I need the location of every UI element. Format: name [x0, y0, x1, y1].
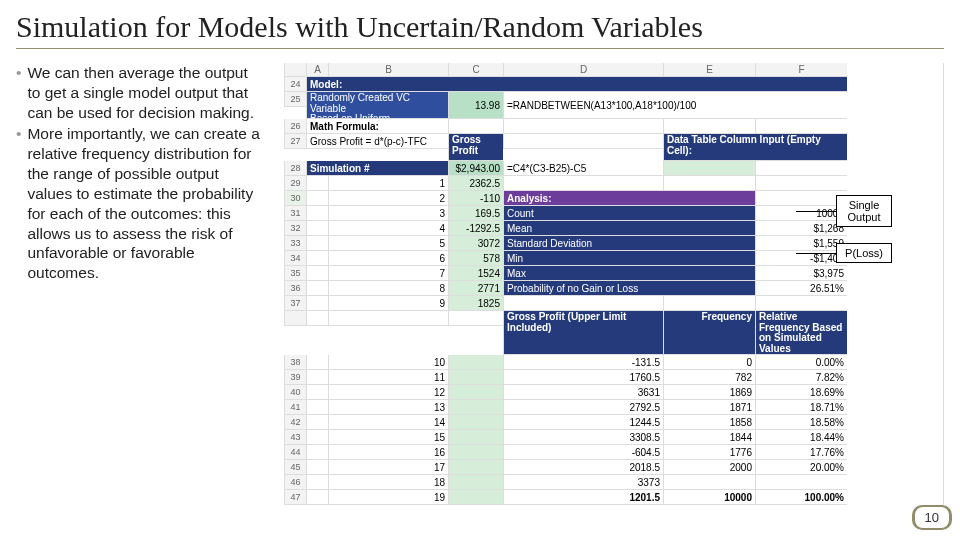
- bullet-text: More importantly, we can create a relati…: [27, 124, 264, 283]
- spreadsheet-screenshot: ABCDEF24Model:25Randomly Created VC Vari…: [284, 63, 944, 505]
- bullet-item: We can then average the output to get a …: [16, 63, 264, 122]
- page-number-badge: 10: [912, 505, 952, 530]
- content-area: We can then average the output to get a …: [0, 63, 960, 505]
- page-number: 10: [915, 507, 949, 528]
- bullet-text: We can then average the output to get a …: [27, 63, 264, 122]
- slide-title: Simulation for Models with Uncertain/Ran…: [0, 0, 960, 48]
- bullet-item: More importantly, we can create a relati…: [16, 124, 264, 283]
- annotation-ploss: P(Loss): [836, 243, 892, 263]
- bullet-column: We can then average the output to get a …: [16, 63, 264, 505]
- title-rule: [16, 48, 944, 49]
- annotation-single-output: Single Output: [836, 195, 892, 227]
